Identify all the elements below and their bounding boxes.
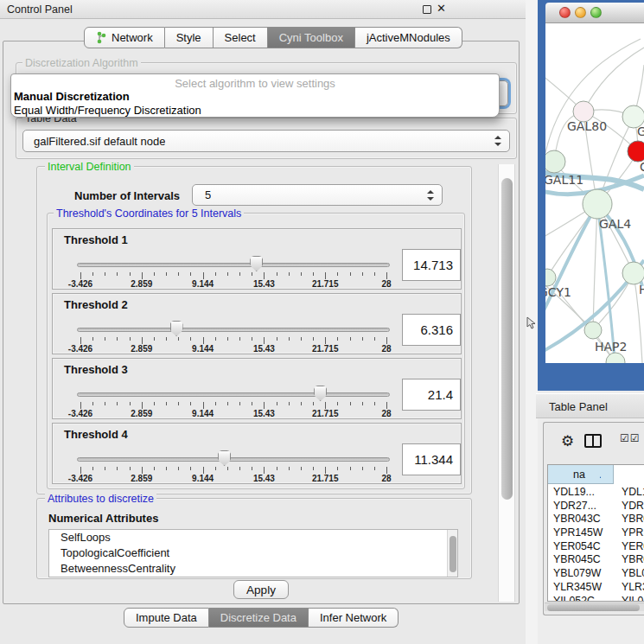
tab-discretize-data[interactable]: Discretize Data xyxy=(209,608,309,628)
tab-style[interactable]: Style xyxy=(165,27,214,48)
slider-tick xyxy=(337,272,338,276)
table-row[interactable]: YDR27...YDR2 xyxy=(548,500,644,513)
attribute-list-item[interactable]: SelfLoops xyxy=(49,530,457,545)
cell-shared-name: YDR27... xyxy=(553,500,596,512)
threshold-panel: Threshold 4-3.4262.8599.14415.4321.71528… xyxy=(52,423,462,484)
network-canvas[interactable]: GAL80GCGAL11GAL4GCY1HHAP2 xyxy=(545,23,644,363)
slider-tick xyxy=(313,402,314,405)
slider-tick-label: -3.426 xyxy=(68,409,92,418)
tab-jactivemnodules[interactable]: jActiveMNodules xyxy=(355,27,462,48)
attribute-list-item[interactable]: BetweennessCentrality xyxy=(49,561,457,577)
threshold-value-field[interactable]: 14.713 xyxy=(402,249,461,281)
slider-track[interactable] xyxy=(77,457,390,462)
network-node[interactable] xyxy=(545,269,556,286)
network-node-label: HAP2 xyxy=(595,340,627,354)
table-row[interactable]: YLR345WYLR3 xyxy=(548,581,644,595)
network-edge[interactable] xyxy=(545,39,641,170)
tab-cyni-toolbox[interactable]: Cyni Toolbox xyxy=(268,27,355,48)
network-node[interactable] xyxy=(584,322,602,339)
slider-tick xyxy=(350,272,351,276)
slider-tick xyxy=(166,272,167,276)
cell-name: YPR1 xyxy=(622,526,644,539)
number-of-intervals-spinner[interactable]: 5 xyxy=(192,184,443,206)
slider-thumb[interactable] xyxy=(314,386,327,401)
gear-icon[interactable]: ⚙ xyxy=(561,432,574,450)
slider-tick-label: 2.859 xyxy=(131,409,152,418)
scrollbar-thumb[interactable] xyxy=(547,604,640,611)
numerical-attributes-list[interactable]: SelfLoopsTopologicalCoefficientBetweenne… xyxy=(48,529,458,577)
slider-tick xyxy=(92,337,93,341)
table-data-combobox[interactable]: galFiltered.sif default node xyxy=(22,130,510,152)
threshold-value-field[interactable]: 6.316 xyxy=(402,314,461,346)
float-window-icon[interactable] xyxy=(423,5,431,14)
network-node[interactable] xyxy=(583,189,612,219)
slider-tick xyxy=(277,467,277,470)
close-traffic-light[interactable] xyxy=(559,7,571,18)
slider-tick-label: -3.426 xyxy=(68,279,92,289)
table-row[interactable]: YPR145WYPR1 xyxy=(548,526,644,540)
tab-label: Infer Network xyxy=(320,611,386,624)
slider-tick xyxy=(289,467,290,470)
tab-network[interactable]: Network xyxy=(84,27,165,48)
close-icon[interactable]: ✕ xyxy=(437,2,446,15)
slider-track[interactable] xyxy=(77,328,390,332)
slider-tick xyxy=(301,402,302,405)
node-table[interactable]: shared... na YDL19...YDL1YDR27...YDR2YBR… xyxy=(547,464,644,602)
slider-tick xyxy=(227,402,228,405)
table-row[interactable]: YDL19...YDL1 xyxy=(548,486,644,500)
slider-thumb[interactable] xyxy=(250,256,263,271)
table-row[interactable]: YBL079WYBL0 xyxy=(548,567,644,581)
slider-tick xyxy=(374,272,375,276)
slider-tick xyxy=(350,402,351,405)
network-node[interactable] xyxy=(622,262,644,284)
table-row[interactable]: YBR045CYBR0 xyxy=(548,553,644,567)
slider-tick xyxy=(92,467,93,470)
slider-tick xyxy=(313,337,314,341)
apply-button[interactable]: Apply xyxy=(233,580,289,599)
cell-shared-name: YDL19... xyxy=(553,486,595,498)
slider-tick xyxy=(313,272,314,276)
slider-thumb[interactable] xyxy=(170,321,183,336)
tab-impute-data[interactable]: Impute Data xyxy=(124,608,209,628)
scrollbar-thumb[interactable] xyxy=(501,178,513,500)
dropdown-option[interactable]: Equal Width/Frequency Discretization xyxy=(11,104,499,118)
tab-infer-network[interactable]: Infer Network xyxy=(309,608,399,628)
dropdown-option[interactable]: Manual Discretization xyxy=(11,90,499,104)
slider-track[interactable] xyxy=(77,392,390,397)
slider-tick xyxy=(350,467,351,470)
network-node[interactable] xyxy=(628,141,644,162)
table-row[interactable]: YBR043CYBR0 xyxy=(548,513,644,526)
attribute-list-item[interactable]: TopologicalCoefficient xyxy=(49,545,457,561)
cell-name: YER0 xyxy=(622,540,644,552)
network-node[interactable] xyxy=(545,150,565,173)
slider-tick xyxy=(264,272,265,279)
table-row[interactable]: YIL052CYIL0 xyxy=(548,595,644,603)
slider-thumb[interactable] xyxy=(218,450,231,466)
slider-tick xyxy=(130,467,131,470)
checkbox-icons[interactable]: ☑☑ xyxy=(620,432,641,444)
list-scrollbar[interactable] xyxy=(447,530,457,577)
panel-scrollbar[interactable] xyxy=(498,164,515,602)
slider-tick xyxy=(227,337,228,341)
threshold-value-field[interactable]: 21.4 xyxy=(402,379,461,411)
scrollbar-thumb[interactable] xyxy=(450,536,456,572)
slider-tick-label: 2.859 xyxy=(131,474,152,483)
zoom-traffic-light[interactable] xyxy=(590,7,602,18)
slider-tick xyxy=(190,467,191,470)
slider-tick xyxy=(325,337,326,344)
table-horizontal-scrollbar[interactable] xyxy=(545,603,644,611)
slider-tick xyxy=(337,467,338,470)
minimize-traffic-light[interactable] xyxy=(575,7,586,18)
slider-tick-label: 2.859 xyxy=(131,344,152,354)
tab-select[interactable]: Select xyxy=(214,27,268,48)
slider-tick xyxy=(227,467,228,470)
slider-tick xyxy=(215,402,216,405)
interval-definition-label: Interval Definition xyxy=(45,161,134,173)
table-row[interactable]: YER054CYER0 xyxy=(548,540,644,554)
column-header-name[interactable]: na xyxy=(548,465,600,484)
network-edge[interactable] xyxy=(583,48,644,112)
slider-track[interactable] xyxy=(77,263,390,267)
table-panel: ⚙ ☑☑ shared... na YDL19...YDL1YDR27...YD… xyxy=(543,422,644,615)
threshold-value-field[interactable]: 11.344 xyxy=(402,443,461,475)
columns-icon[interactable] xyxy=(584,434,602,448)
